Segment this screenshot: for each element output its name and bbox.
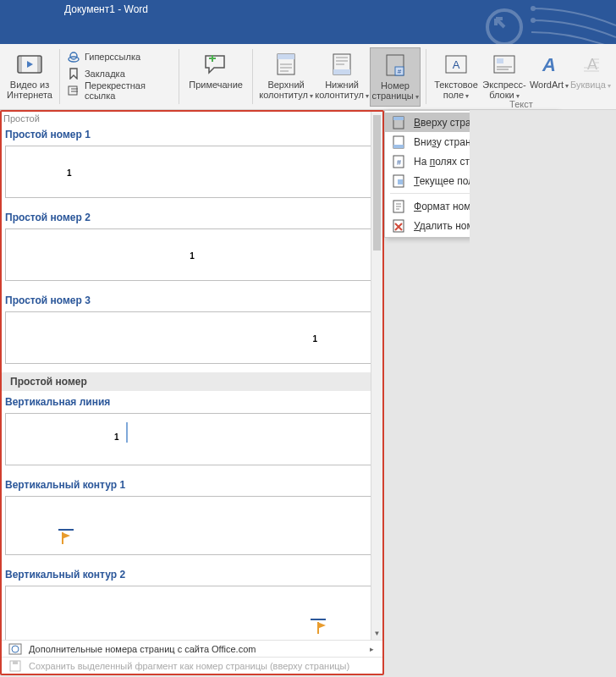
chevron-right-icon: ▸ [370, 645, 374, 653]
flag-icon [62, 532, 74, 544]
save-selection-button: Сохранить выделенный фрагмент как номер … [2, 657, 382, 674]
page-bottom-icon [392, 135, 405, 149]
label: колонтитул [315, 90, 364, 100]
gallery-item-label: Простой номер 1 [2, 124, 382, 144]
crossref-icon [67, 85, 80, 96]
svg-rect-4 [18, 56, 22, 73]
svg-rect-5 [37, 56, 41, 73]
scroll-thumb[interactable] [373, 115, 381, 250]
svg-rect-31 [13, 661, 18, 664]
label: колонтитул [259, 90, 308, 100]
textbox-button[interactable]: A Текстовоеполе [432, 47, 481, 107]
decoration-graphic [464, 0, 616, 44]
svg-point-29 [12, 646, 19, 652]
label: страницы [371, 91, 413, 101]
label: Сохранить выделенный фрагмент как номер … [29, 661, 349, 671]
scroll-down-arrow[interactable]: ▼ [371, 628, 382, 640]
link-icon [67, 51, 80, 63]
gallery-item-label: Простой номер 2 [2, 206, 382, 227]
svg-point-2 [531, 18, 536, 23]
svg-rect-33 [393, 117, 404, 120]
svg-text:A: A [587, 56, 597, 73]
svg-text:#: # [398, 68, 402, 75]
svg-rect-10 [69, 86, 77, 95]
svg-rect-14 [333, 69, 350, 74]
sample-number: 1 [190, 251, 195, 261]
footer-icon [328, 51, 355, 78]
current-position-icon [392, 174, 405, 188]
mark-blue [58, 529, 74, 531]
label: Дополнительные номера страниц с сайта Of… [29, 644, 256, 654]
label: Перекрестная ссылка [85, 80, 172, 101]
crossreference-button[interactable]: Перекрестная ссылка [65, 83, 173, 98]
group-comment: Примечание [179, 44, 252, 109]
quickparts-icon [491, 51, 518, 78]
gallery-preview[interactable]: 1 [5, 413, 379, 465]
gallery-preview[interactable] [5, 496, 379, 555]
page-margin-icon: # [392, 155, 405, 168]
gallery-preview[interactable] [5, 586, 379, 640]
ribbon: Видео изИнтернета Гиперссылка Закладка П… [0, 44, 616, 110]
wordart-button[interactable]: A WordArt [528, 47, 570, 107]
page-number-button[interactable]: # Номерстраницы [370, 47, 421, 107]
group-text: A Текстовоеполе Экспресс-блоки A WordArt… [426, 44, 616, 109]
label: Верхний [267, 80, 304, 90]
gallery-item-label: Вертикальная линия [2, 391, 382, 411]
online-video-button[interactable]: Видео изИнтернета [5, 47, 54, 107]
office-icon [8, 642, 22, 656]
comment-button[interactable]: Примечание [184, 47, 247, 107]
label: Закладка [85, 69, 125, 79]
label: Нижний [325, 80, 359, 90]
svg-point-0 [487, 10, 521, 44]
svg-point-8 [70, 52, 77, 59]
comment-icon [202, 51, 229, 78]
label: Видео из [10, 80, 49, 90]
footer-button[interactable]: Нижнийколонтитул [314, 47, 370, 107]
gallery-item-label: Вертикальный контур 1 [2, 474, 382, 494]
svg-marker-6 [27, 61, 33, 68]
label: WordArt [530, 80, 569, 91]
page-top-icon [392, 116, 405, 129]
gallery-preview[interactable]: 1 [5, 311, 379, 364]
svg-marker-9 [70, 69, 77, 79]
save-icon [8, 659, 22, 673]
label: Экспресс- [482, 80, 525, 90]
dropcap-icon: A [577, 51, 604, 78]
remove-icon [392, 219, 405, 233]
hyperlink-button[interactable]: Гиперссылка [65, 49, 173, 64]
dropcap-button[interactable]: A Буквица [570, 47, 611, 107]
film-icon [16, 51, 43, 78]
textbox-icon: A [443, 51, 470, 78]
mark-blue [311, 619, 326, 620]
gallery-item-label: Вертикальный контур 2 [2, 564, 382, 584]
gallery-section-header: Простой номер [2, 372, 382, 391]
gallery-preview[interactable]: 1 [5, 228, 379, 281]
page-number-icon: # [382, 52, 409, 79]
svg-point-1 [531, 6, 536, 11]
svg-rect-25 [62, 532, 63, 544]
svg-rect-39 [398, 179, 403, 184]
gallery-scrollbar[interactable]: ▲ ▼ [371, 112, 382, 640]
more-from-office-button[interactable]: Дополнительные номера страниц с сайта Of… [2, 640, 382, 657]
svg-text:A: A [542, 54, 556, 75]
gallery-item-label: Простой номер 3 [2, 289, 382, 310]
document-title: Документ1 - Word [64, 3, 148, 15]
format-icon [392, 200, 405, 213]
group-headerfooter: Верхнийколонтитул Нижнийколонтитул # Ном… [253, 44, 426, 109]
gallery-list: Простой номер 1 1 Простой номер 2 1 Прос… [2, 112, 382, 640]
label: Гиперссылка [85, 52, 140, 62]
quickparts-button[interactable]: Экспресс-блоки [481, 47, 528, 107]
svg-text:A: A [453, 58, 460, 71]
gallery-preview[interactable]: 1 [5, 146, 379, 198]
group-label: Текст [426, 99, 616, 109]
svg-rect-12 [278, 54, 294, 59]
sample-number: 1 [312, 334, 317, 344]
label: Интернета [7, 90, 52, 100]
label: Буквица [570, 80, 611, 91]
bookmark-button[interactable]: Закладка [65, 66, 173, 81]
header-button[interactable]: Верхнийколонтитул [258, 47, 314, 107]
label: Примечание [189, 80, 243, 90]
svg-rect-21 [497, 58, 503, 63]
svg-rect-35 [393, 145, 404, 148]
flag-icon [317, 622, 329, 634]
